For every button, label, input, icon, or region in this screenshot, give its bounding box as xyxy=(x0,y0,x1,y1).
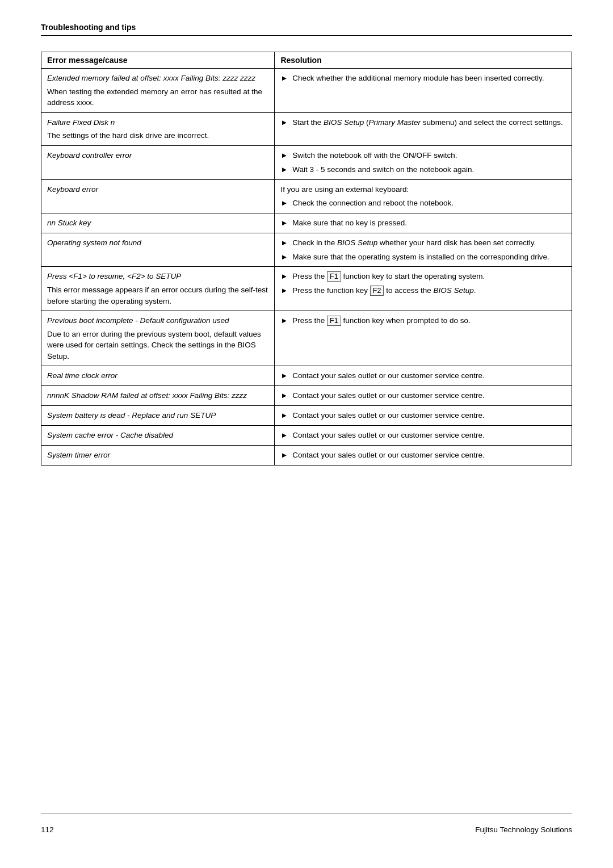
error-cell-stuck-key: nn Stuck key xyxy=(41,213,275,233)
table-row: System battery is dead - Replace and run… xyxy=(41,406,572,426)
bullet-item: ► Check the connection and reboot the no… xyxy=(280,198,566,209)
error-message-italic: Previous boot incomplete - Default confi… xyxy=(47,315,268,326)
error-message-italic: nn Stuck key xyxy=(47,217,268,229)
bullet-arrow-icon: ► xyxy=(280,410,288,421)
resolution-cell-system-battery: ► Contact your sales outlet or our custo… xyxy=(275,406,572,426)
table-header-row: Error message/cause Resolution xyxy=(41,52,572,69)
bullet-item: ► Check whether the additional memory mo… xyxy=(280,73,566,84)
bullet-arrow-icon: ► xyxy=(280,286,288,296)
bullet-item: ► Check in the BIOS Setup whether your h… xyxy=(280,237,566,249)
resolution-text: Contact your sales outlet or our custome… xyxy=(292,370,566,381)
page-footer: 112 Fujitsu Technology Solutions xyxy=(41,814,572,834)
error-description: Due to an error during the previous syst… xyxy=(47,329,268,362)
resolution-cell-os-not-found: ► Check in the BIOS Setup whether your h… xyxy=(275,233,572,267)
bullet-item: ► Contact your sales outlet or our custo… xyxy=(280,390,566,401)
bullet-arrow-icon: ► xyxy=(280,238,288,249)
error-message-italic: Failure Fixed Disk n xyxy=(47,117,268,128)
error-message-italic: nnnnK Shadow RAM failed at offset: xxxx … xyxy=(47,390,268,401)
table-row: Failure Fixed Disk n The settings of the… xyxy=(41,112,572,145)
error-message-italic: Extended memory failed at offset: xxxx F… xyxy=(47,73,268,84)
bullet-arrow-icon: ► xyxy=(280,430,288,441)
table-row: Press <F1> to resume, <F2> to SETUP This… xyxy=(41,267,572,311)
error-message-italic: Real time clock error xyxy=(47,370,268,381)
resolution-cell-extended-memory: ► Check whether the additional memory mo… xyxy=(275,69,572,113)
bullet-item: ► Switch the notebook off with the ON/OF… xyxy=(280,150,566,161)
resolution-text: Check the connection and reboot the note… xyxy=(292,198,566,209)
resolution-cell-keyboard-controller: ► Switch the notebook off with the ON/OF… xyxy=(275,145,572,179)
table-row: Operating system not found ► Check in th… xyxy=(41,233,572,267)
resolution-text: Press the function key F2 to access the … xyxy=(292,285,566,296)
table-row: nn Stuck key ► Make sure that no key is … xyxy=(41,213,572,233)
error-description: The settings of the hard disk drive are … xyxy=(47,130,268,141)
resolution-text: Press the F1 function key when prompted … xyxy=(292,315,566,326)
page-container: Troubleshooting and tips Error message/c… xyxy=(0,0,613,868)
error-message-italic: System timer error xyxy=(47,450,268,461)
resolution-text: Make sure that the operating system is i… xyxy=(292,251,566,263)
page-title: Troubleshooting and tips xyxy=(41,23,136,32)
bullet-arrow-icon: ► xyxy=(280,198,288,209)
col-header-resolution: Resolution xyxy=(275,52,572,69)
error-cell-os-not-found: Operating system not found xyxy=(41,233,275,267)
error-cell-prev-boot: Previous boot incomplete - Default confi… xyxy=(41,311,275,366)
bullet-arrow-icon: ► xyxy=(280,165,288,175)
error-cell-failure-fixed-disk: Failure Fixed Disk n The settings of the… xyxy=(41,112,275,145)
bullet-arrow-icon: ► xyxy=(280,150,288,161)
resolution-text: Start the BIOS Setup (Primary Master sub… xyxy=(292,117,566,128)
error-cell-shadow-ram: nnnnK Shadow RAM failed at offset: xxxx … xyxy=(41,386,275,406)
resolution-cell-keyboard-error: If you are using an external keyboard: ►… xyxy=(275,179,572,213)
resolution-text: Check in the BIOS Setup whether your har… xyxy=(292,237,566,249)
troubleshooting-table: Error message/cause Resolution Extended … xyxy=(41,52,572,466)
bullet-arrow-icon: ► xyxy=(280,218,288,229)
error-cell-keyboard-controller: Keyboard controller error xyxy=(41,145,275,179)
error-message-italic: Operating system not found xyxy=(47,237,268,249)
bullet-item: ► Press the F1 function key when prompte… xyxy=(280,315,566,326)
resolution-cell-real-time-clock: ► Contact your sales outlet or our custo… xyxy=(275,366,572,386)
error-message-italic: System battery is dead - Replace and run… xyxy=(47,410,268,421)
bullet-arrow-icon: ► xyxy=(280,252,288,263)
resolution-cell-failure-fixed-disk: ► Start the BIOS Setup (Primary Master s… xyxy=(275,112,572,145)
col-header-error: Error message/cause xyxy=(41,52,275,69)
resolution-text: Check whether the additional memory modu… xyxy=(292,73,566,84)
bullet-item: ► Make sure that the operating system is… xyxy=(280,251,566,263)
page-header: Troubleshooting and tips xyxy=(41,23,572,36)
resolution-cell-stuck-key: ► Make sure that no key is pressed. xyxy=(275,213,572,233)
resolution-text-intro: If you are using an external keyboard: xyxy=(280,184,566,195)
bullet-arrow-icon: ► xyxy=(280,271,288,282)
table-row: Previous boot incomplete - Default confi… xyxy=(41,311,572,366)
resolution-text: Make sure that no key is pressed. xyxy=(292,217,566,229)
bullet-arrow-icon: ► xyxy=(280,371,288,381)
error-cell-system-cache: System cache error - Cache disabled xyxy=(41,425,275,445)
error-description: When testing the extended memory an erro… xyxy=(47,86,268,108)
bullet-item: ► Press the F1 function key to start the… xyxy=(280,271,566,282)
bullet-arrow-icon: ► xyxy=(280,391,288,401)
error-cell-extended-memory: Extended memory failed at offset: xxxx F… xyxy=(41,69,275,113)
bullet-item: ► Contact your sales outlet or our custo… xyxy=(280,370,566,381)
error-message-italic: Keyboard error xyxy=(47,184,268,195)
resolution-text: Contact your sales outlet or our custome… xyxy=(292,410,566,421)
bullet-item: ► Contact your sales outlet or our custo… xyxy=(280,430,566,441)
error-cell-real-time-clock: Real time clock error xyxy=(41,366,275,386)
error-cell-system-timer: System timer error xyxy=(41,445,275,465)
resolution-text: Contact your sales outlet or our custome… xyxy=(292,390,566,401)
resolution-text: Contact your sales outlet or our custome… xyxy=(292,450,566,461)
error-message-italic: System cache error - Cache disabled xyxy=(47,430,268,441)
resolution-cell-press-f1: ► Press the F1 function key to start the… xyxy=(275,267,572,311)
table-row: System cache error - Cache disabled ► Co… xyxy=(41,425,572,445)
resolution-cell-system-cache: ► Contact your sales outlet or our custo… xyxy=(275,425,572,445)
bullet-arrow-icon: ► xyxy=(280,450,288,461)
bullet-item: ► Press the function key F2 to access th… xyxy=(280,285,566,296)
table-row: Keyboard controller error ► Switch the n… xyxy=(41,145,572,179)
resolution-cell-shadow-ram: ► Contact your sales outlet or our custo… xyxy=(275,386,572,406)
bullet-item: ► Contact your sales outlet or our custo… xyxy=(280,450,566,461)
error-message-italic: Keyboard controller error xyxy=(47,150,268,161)
table-row: Real time clock error ► Contact your sal… xyxy=(41,366,572,386)
bullet-arrow-icon: ► xyxy=(280,73,288,84)
bullet-item: ► Contact your sales outlet or our custo… xyxy=(280,410,566,421)
bullet-arrow-icon: ► xyxy=(280,118,288,128)
error-description: This error message appears if an error o… xyxy=(47,284,268,307)
resolution-cell-system-timer: ► Contact your sales outlet or our custo… xyxy=(275,445,572,465)
error-message-italic: Press <F1> to resume, <F2> to SETUP xyxy=(47,271,268,282)
resolution-text: Press the F1 function key to start the o… xyxy=(292,271,566,282)
resolution-text: Wait 3 - 5 seconds and switch on the not… xyxy=(292,164,566,175)
table-row: Keyboard error If you are using an exter… xyxy=(41,179,572,213)
